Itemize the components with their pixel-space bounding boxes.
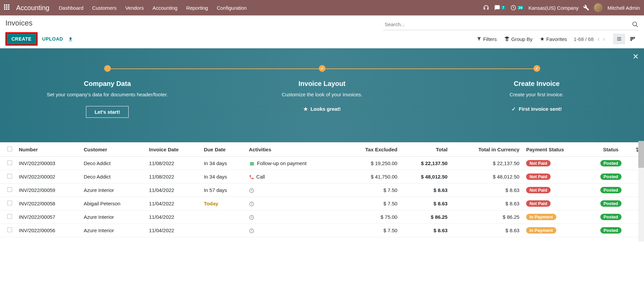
table-row[interactable]: INV/2022/00003 Deco Addict 11/08/2022 In… [0, 157, 644, 170]
cell-tax-excluded: $ 7.50 [342, 197, 401, 210]
onboard-step: Invoice Layout Customize the look of you… [215, 65, 429, 142]
col-total-currency[interactable]: Total in Currency [451, 142, 523, 157]
col-activities[interactable]: Activities [246, 142, 342, 157]
step-title: Invoice Layout [221, 80, 423, 88]
download-icon[interactable] [68, 36, 73, 42]
col-payment-status[interactable]: Payment Status [523, 142, 590, 157]
cell-number: INV/2022/00002 [15, 170, 80, 184]
select-all-checkbox[interactable] [7, 147, 12, 151]
app-brand[interactable]: Accounting [16, 4, 49, 12]
upload-button[interactable]: UPLOAD [42, 36, 63, 42]
status-badge: Posted [600, 160, 621, 166]
menu-dashboard[interactable]: Dashboard [59, 5, 83, 11]
view-kanban-button[interactable] [627, 34, 639, 44]
col-customer[interactable]: Customer [80, 142, 145, 157]
cell-tax-excluded: $ 7.50 [342, 184, 401, 197]
col-due-date[interactable]: Due Date [201, 142, 246, 157]
clock-icon[interactable] [249, 214, 254, 220]
col-tax-excluded[interactable]: Tax Excluded [342, 142, 401, 157]
user-menu[interactable]: Mitchell Admin [607, 5, 640, 11]
cell-number: INV/2022/00059 [15, 184, 80, 197]
cell-status: Posted [590, 210, 632, 224]
messages-icon[interactable]: 7 [494, 5, 506, 11]
cell-payment-status: Not Paid [523, 184, 590, 197]
cell-due-date: In 57 days [201, 184, 246, 197]
pager-next[interactable]: › [602, 36, 606, 43]
cell-customer: Deco Addict [80, 157, 145, 170]
menu-vendors[interactable]: Vendors [125, 5, 144, 11]
svg-point-14 [637, 151, 638, 152]
status-badge: Posted [600, 227, 621, 234]
search-icon[interactable] [632, 21, 639, 28]
cell-tax-excluded: $ 75.00 [342, 210, 401, 224]
cell-invoice-date: 11/04/2022 [146, 184, 201, 197]
col-number[interactable]: Number [15, 142, 80, 157]
pager-prev[interactable]: ‹ [596, 36, 601, 43]
scrollbar[interactable] [638, 141, 644, 242]
avatar[interactable] [594, 3, 603, 12]
cell-total-currency: $ 22,137.50 [451, 157, 523, 170]
svg-rect-4 [617, 39, 621, 39]
cell-total: $ 22,137.50 [401, 157, 451, 170]
pager-text[interactable]: 1-68 / 68 [574, 36, 594, 42]
status-badge: Posted [600, 187, 621, 193]
clock-icon[interactable] [249, 228, 254, 233]
table-row[interactable]: INV/2022/00002 Deco Addict 11/08/2022 In… [0, 170, 644, 184]
svg-line-2 [636, 25, 638, 27]
activity-text: Follow-up on payment [257, 160, 307, 166]
table-row[interactable]: INV/2022/00056 Azure Interior 11/04/2022… [0, 224, 644, 237]
cell-number: INV/2022/00058 [15, 197, 80, 210]
menu-accounting[interactable]: Accounting [153, 5, 177, 11]
invoice-table: Number Customer Invoice Date Due Date Ac… [0, 142, 644, 237]
cell-customer: Azure Interior [80, 224, 145, 237]
cell-customer: Abigail Peterson [80, 197, 145, 210]
onboard-action-button[interactable]: Let's start! [86, 106, 128, 118]
cell-number: INV/2022/00057 [15, 210, 80, 224]
col-total[interactable]: Total [401, 142, 451, 157]
cell-total-currency: $ 86.25 [451, 210, 523, 224]
payment-status-badge: In Payment [526, 227, 556, 234]
phone-icon[interactable] [249, 174, 254, 180]
svg-point-1 [633, 22, 637, 26]
cell-due-date: In 34 days [201, 170, 246, 184]
svg-point-12 [637, 148, 638, 149]
row-checkbox[interactable] [7, 174, 12, 179]
row-checkbox[interactable] [7, 214, 12, 219]
row-checkbox[interactable] [7, 187, 12, 192]
cell-number: INV/2022/00003 [15, 157, 80, 170]
cell-payment-status: Not Paid [523, 170, 590, 184]
menu-reporting[interactable]: Reporting [186, 5, 208, 11]
col-status[interactable]: Status [590, 142, 632, 157]
apps-icon[interactable] [4, 4, 11, 11]
cell-total-currency: $ 8.63 [451, 224, 523, 237]
menu-configuration[interactable]: Configuration [217, 5, 247, 11]
support-icon[interactable] [483, 4, 489, 11]
cell-activities: Call [246, 170, 342, 184]
filters-button[interactable]: Filters [477, 36, 497, 42]
row-checkbox[interactable] [7, 228, 12, 232]
debug-icon[interactable] [583, 5, 589, 11]
row-checkbox[interactable] [7, 201, 12, 205]
clock-icon[interactable] [249, 187, 254, 193]
table-row[interactable]: INV/2022/00059 Azure Interior 11/04/2022… [0, 184, 644, 197]
cell-invoice-date: 11/08/2022 [146, 157, 201, 170]
step-title: Company Data [7, 80, 208, 88]
activities-icon[interactable]: 39 [510, 5, 524, 11]
col-invoice-date[interactable]: Invoice Date [146, 142, 201, 157]
row-checkbox[interactable] [7, 160, 12, 165]
onboarding-banner: ✕ Company Data Set your company's data f… [0, 48, 644, 142]
menu-customers[interactable]: Customers [92, 5, 117, 11]
search-input[interactable] [383, 20, 632, 29]
create-button[interactable]: CREATE [7, 34, 36, 44]
favorites-button[interactable]: Favorites [540, 36, 567, 42]
company-selector[interactable]: Kansas(US) Company [528, 5, 578, 11]
groupby-button[interactable]: Group By [504, 36, 532, 42]
table-row[interactable]: INV/2022/00058 Abigail Peterson 11/04/20… [0, 197, 644, 210]
scrollbar-thumb[interactable] [638, 141, 644, 168]
groupby-label: Group By [511, 36, 532, 42]
view-list-button[interactable] [613, 34, 625, 44]
table-row[interactable]: INV/2022/00057 Azure Interior 11/04/2022… [0, 210, 644, 224]
cell-status: Posted [590, 157, 632, 170]
clock-icon[interactable] [249, 201, 254, 206]
followup-icon[interactable] [249, 160, 255, 166]
